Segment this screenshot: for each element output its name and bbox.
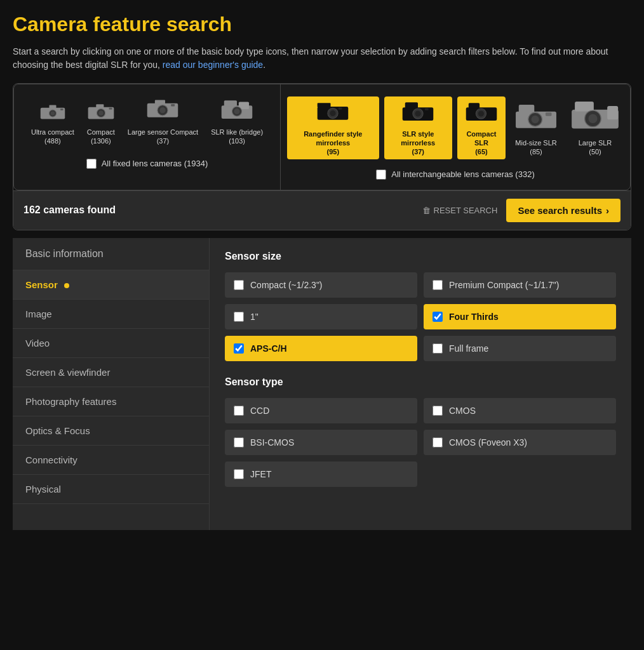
svg-rect-40: [575, 102, 594, 112]
svg-rect-1: [49, 105, 56, 109]
filter-aps-c-h[interactable]: APS-C/H: [225, 336, 417, 361]
filter-cmos[interactable]: CMOS: [424, 398, 616, 423]
sensor-type-title: Sensor type: [225, 376, 616, 388]
compact-sensor-checkbox[interactable]: [234, 280, 244, 290]
all-interchangeable-checkbox-row: All interchangeable lens cameras (332): [376, 169, 534, 180]
sidebar-item-image[interactable]: Image: [13, 300, 209, 329]
svg-rect-11: [155, 100, 165, 105]
filter-full-frame[interactable]: Full frame: [424, 336, 616, 361]
svg-rect-9: [109, 108, 112, 110]
filter-compact-sensor[interactable]: Compact (~1/2.3"): [225, 272, 417, 298]
sidebar-item-video[interactable]: Video: [13, 329, 209, 358]
four-thirds-label: Four Thirds: [449, 312, 499, 322]
all-interchangeable-checkbox[interactable]: [376, 169, 386, 180]
camera-large-sensor-compact[interactable]: Large sensor Compact(37): [124, 95, 202, 149]
four-thirds-checkbox[interactable]: [433, 312, 443, 322]
page-title: Camera feature search: [13, 13, 631, 36]
svg-point-28: [415, 110, 421, 116]
ccd-label: CCD: [250, 406, 269, 416]
bsi-cmos-checkbox[interactable]: [234, 437, 244, 448]
premium-compact-checkbox[interactable]: [433, 280, 443, 290]
sidebar-item-optics-focus[interactable]: Optics & Focus: [13, 416, 209, 446]
filter-one-inch[interactable]: 1": [225, 304, 417, 329]
filter-jfet[interactable]: JFET: [225, 461, 417, 487]
large-slr-icon: [570, 97, 620, 136]
camera-mid-slr[interactable]: Mid-size SLR(85): [511, 98, 561, 159]
ultra-compact-icon: [39, 100, 67, 125]
all-fixed-checkbox[interactable]: [86, 159, 97, 169]
beginners-guide-link[interactable]: read our beginner's guide: [163, 60, 263, 70]
cmos-foveon-label: CMOS (Foveon X3): [449, 437, 527, 448]
sidebar-item-connectivity[interactable]: Connectivity: [13, 446, 209, 475]
all-interchangeable-label[interactable]: All interchangeable lens cameras (332): [391, 169, 534, 179]
svg-rect-26: [405, 102, 418, 108]
page-wrapper: Camera feature search Start a search by …: [0, 0, 644, 543]
mid-slr-icon: [514, 100, 558, 136]
filter-ccd[interactable]: CCD: [225, 398, 417, 423]
svg-rect-41: [607, 106, 618, 119]
slr-bridge-icon: [220, 97, 253, 125]
cmos-foveon-checkbox[interactable]: [433, 437, 443, 448]
sidebar-section-basic-info[interactable]: Basic information: [13, 238, 209, 270]
svg-point-8: [98, 110, 104, 116]
large-sensor-compact-icon: [146, 97, 179, 125]
full-frame-checkbox[interactable]: [433, 343, 443, 354]
all-fixed-label[interactable]: All fixed lens cameras (1934): [102, 159, 208, 168]
sidebar-item-photography-features[interactable]: Photography features: [13, 387, 209, 416]
sidebar: Basic information Sensor Image Video Scr…: [13, 238, 210, 530]
bsi-cmos-label: BSI-CMOS: [250, 437, 294, 448]
camera-compact[interactable]: Compact(1306): [83, 97, 119, 149]
aps-c-h-checkbox[interactable]: [234, 343, 244, 354]
filter-premium-compact[interactable]: Premium Compact (~1/1.7"): [424, 272, 616, 298]
cmos-label: CMOS: [449, 406, 476, 416]
svg-point-37: [532, 116, 539, 123]
camera-large-slr[interactable]: Large SLR(50): [567, 95, 624, 159]
slr-mirrorless-icon: [401, 99, 434, 127]
ultra-compact-label: Ultra compact(488): [31, 128, 74, 146]
trash-icon: 🗑: [422, 206, 431, 215]
premium-compact-label: Premium Compact (~1/1.7"): [449, 280, 559, 290]
ccd-checkbox[interactable]: [234, 406, 244, 416]
camera-rangefinder-mirrorless[interactable]: Rangefinder style mirrorless(95): [287, 96, 379, 159]
camera-slr-bridge[interactable]: SLR like (bridge)(103): [207, 95, 267, 149]
svg-point-43: [588, 114, 597, 123]
full-frame-label: Full frame: [449, 343, 488, 354]
compact-sensor-label: Compact (~1/2.3"): [250, 280, 323, 290]
svg-rect-16: [224, 100, 237, 106]
svg-point-13: [160, 107, 166, 113]
chevron-right-icon: ›: [606, 205, 609, 216]
compact-slr-icon: [465, 99, 498, 127]
filter-cmos-foveon[interactable]: CMOS (Foveon X3): [424, 430, 616, 455]
camera-selector: Ultra compact(488) Compa: [13, 84, 631, 190]
svg-rect-31: [469, 103, 480, 108]
mid-slr-label: Mid-size SLR(85): [515, 138, 556, 157]
jfet-checkbox[interactable]: [234, 469, 244, 479]
slr-mirrorless-label: SLR style mirrorless(37): [388, 129, 448, 157]
filter-four-thirds[interactable]: Four Thirds: [424, 304, 616, 329]
svg-point-23: [330, 110, 336, 116]
large-sensor-compact-label: Large sensor Compact(37): [128, 128, 198, 146]
one-inch-checkbox[interactable]: [234, 312, 244, 322]
compact-label: Compact(1306): [87, 128, 115, 146]
sensor-active-dot: [64, 283, 69, 288]
camera-selector-wrapper: Ultra compact(488) Compa: [13, 83, 631, 230]
camera-compact-slr[interactable]: Compact SLR(65): [457, 96, 506, 159]
camera-ultra-compact[interactable]: Ultra compact(488): [27, 97, 78, 149]
svg-rect-21: [318, 103, 331, 107]
cmos-checkbox[interactable]: [433, 406, 443, 416]
camera-slr-mirrorless[interactable]: SLR style mirrorless(37): [384, 96, 452, 159]
jfet-label: JFET: [250, 469, 271, 479]
sidebar-item-screen-viewfinder[interactable]: Screen & viewfinder: [13, 358, 209, 387]
large-slr-label: Large SLR(50): [579, 138, 612, 157]
one-inch-label: 1": [250, 312, 258, 322]
compact-slr-label: Compact SLR(65): [461, 129, 502, 157]
filter-bsi-cmos[interactable]: BSI-CMOS: [225, 430, 417, 455]
sidebar-item-sensor[interactable]: Sensor: [13, 270, 209, 300]
see-results-button[interactable]: See search results ›: [506, 199, 621, 222]
reset-search-button[interactable]: 🗑 RESET SEARCH: [422, 206, 498, 215]
rangefinder-mirrorless-label: Rangefinder style mirrorless(95): [291, 129, 375, 157]
results-actions: 🗑 RESET SEARCH See search results ›: [422, 199, 621, 222]
interchangeable-camera-icons: Rangefinder style mirrorless(95): [287, 95, 624, 159]
sidebar-item-physical[interactable]: Physical: [13, 475, 209, 504]
svg-point-19: [234, 109, 239, 114]
